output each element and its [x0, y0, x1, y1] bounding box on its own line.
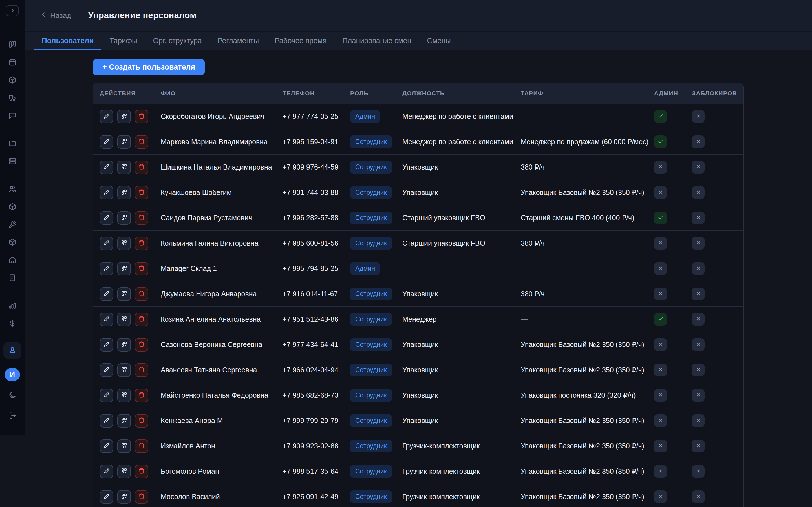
blocked-toggle[interactable]: [692, 161, 705, 173]
qr-button[interactable]: [117, 439, 131, 453]
delete-button[interactable]: [135, 338, 148, 351]
blocked-toggle[interactable]: [692, 414, 705, 427]
qr-button[interactable]: [117, 262, 131, 276]
admin-toggle[interactable]: [654, 465, 667, 478]
qr-button[interactable]: [117, 490, 131, 504]
tab-org-structure[interactable]: Орг. структура: [145, 32, 210, 50]
delete-button[interactable]: [135, 465, 148, 478]
qr-button[interactable]: [117, 135, 131, 149]
sidebar-item-dollar[interactable]: [8, 320, 17, 328]
blocked-toggle[interactable]: [692, 313, 705, 326]
blocked-toggle[interactable]: [692, 186, 705, 199]
qr-button[interactable]: [117, 110, 131, 123]
edit-button[interactable]: [100, 161, 113, 174]
delete-button[interactable]: [135, 237, 148, 250]
tab-tariffs[interactable]: Тарифы: [101, 32, 145, 50]
edit-button[interactable]: [100, 110, 113, 123]
tab-shift-planning[interactable]: Планирование смен: [335, 32, 419, 50]
blocked-toggle[interactable]: [692, 363, 705, 376]
sidebar-item-package[interactable]: [8, 76, 17, 84]
back-button[interactable]: Назад: [40, 11, 71, 20]
qr-button[interactable]: [117, 338, 131, 351]
admin-toggle[interactable]: [654, 338, 667, 351]
sidebar-item-truck[interactable]: [8, 94, 17, 102]
admin-toggle[interactable]: [654, 288, 667, 300]
admin-toggle[interactable]: [654, 440, 667, 452]
qr-button[interactable]: [117, 389, 131, 402]
logout-button[interactable]: [8, 412, 17, 420]
sidebar-item-warehouse[interactable]: [8, 256, 17, 265]
delete-button[interactable]: [135, 414, 148, 428]
sidebar-item-chat[interactable]: [8, 112, 17, 120]
delete-button[interactable]: [135, 490, 148, 504]
admin-toggle[interactable]: [654, 414, 667, 427]
theme-toggle-button[interactable]: [8, 391, 17, 400]
blocked-toggle[interactable]: [692, 440, 705, 452]
create-user-button[interactable]: + Создать пользователя: [93, 59, 205, 75]
edit-button[interactable]: [100, 439, 113, 453]
qr-button[interactable]: [117, 465, 131, 478]
blocked-toggle[interactable]: [692, 212, 705, 224]
admin-toggle[interactable]: [654, 313, 667, 326]
blocked-toggle[interactable]: [692, 389, 705, 402]
delete-button[interactable]: [135, 287, 148, 301]
sidebar-item-folder[interactable]: [8, 139, 17, 148]
qr-button[interactable]: [117, 211, 131, 225]
delete-button[interactable]: [135, 389, 148, 402]
sidebar-expand-button[interactable]: [6, 5, 19, 16]
admin-toggle[interactable]: [654, 389, 667, 402]
tab-users[interactable]: Пользователи: [34, 32, 101, 50]
tab-regulations[interactable]: Регламенты: [210, 32, 267, 50]
edit-button[interactable]: [100, 287, 113, 301]
tab-work-time[interactable]: Рабочее время: [267, 32, 335, 50]
delete-button[interactable]: [135, 262, 148, 276]
sidebar-item-calendar[interactable]: [8, 58, 17, 67]
delete-button[interactable]: [135, 186, 148, 200]
edit-button[interactable]: [100, 414, 113, 428]
sidebar-item-server[interactable]: [8, 157, 17, 166]
edit-button[interactable]: [100, 465, 113, 478]
blocked-toggle[interactable]: [692, 135, 705, 148]
delete-button[interactable]: [135, 211, 148, 225]
qr-button[interactable]: [117, 363, 131, 377]
avatar[interactable]: И: [4, 368, 20, 381]
edit-button[interactable]: [100, 389, 113, 402]
edit-button[interactable]: [100, 186, 113, 200]
sidebar-item-personnel[interactable]: [3, 342, 21, 359]
delete-button[interactable]: [135, 313, 148, 326]
admin-toggle[interactable]: [654, 262, 667, 275]
admin-toggle[interactable]: [654, 186, 667, 199]
blocked-toggle[interactable]: [692, 338, 705, 351]
edit-button[interactable]: [100, 262, 113, 276]
sidebar-item-package[interactable]: [8, 203, 17, 211]
edit-button[interactable]: [100, 211, 113, 225]
sidebar-item-wrench[interactable]: [8, 221, 17, 229]
admin-toggle[interactable]: [654, 363, 667, 376]
delete-button[interactable]: [135, 161, 148, 174]
blocked-toggle[interactable]: [692, 262, 705, 275]
admin-toggle[interactable]: [654, 212, 667, 224]
qr-button[interactable]: [117, 186, 131, 200]
sidebar-item-package[interactable]: [8, 238, 17, 247]
qr-button[interactable]: [117, 313, 131, 326]
edit-button[interactable]: [100, 363, 113, 377]
qr-button[interactable]: [117, 161, 131, 174]
delete-button[interactable]: [135, 363, 148, 377]
delete-button[interactable]: [135, 439, 148, 453]
blocked-toggle[interactable]: [692, 237, 705, 249]
edit-button[interactable]: [100, 237, 113, 250]
blocked-toggle[interactable]: [692, 288, 705, 300]
blocked-toggle[interactable]: [692, 110, 705, 123]
delete-button[interactable]: [135, 110, 148, 123]
blocked-toggle[interactable]: [692, 490, 705, 503]
admin-toggle[interactable]: [654, 490, 667, 503]
delete-button[interactable]: [135, 135, 148, 149]
edit-button[interactable]: [100, 338, 113, 351]
admin-toggle[interactable]: [654, 161, 667, 173]
edit-button[interactable]: [100, 313, 113, 326]
edit-button[interactable]: [100, 135, 113, 149]
sidebar-item-document[interactable]: [8, 274, 17, 282]
qr-button[interactable]: [117, 237, 131, 250]
sidebar-item-users[interactable]: [8, 185, 17, 193]
admin-toggle[interactable]: [654, 237, 667, 249]
